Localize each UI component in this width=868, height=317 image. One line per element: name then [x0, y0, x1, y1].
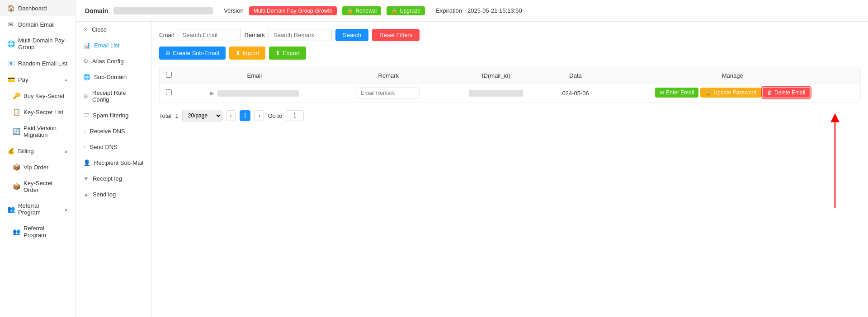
domain-label: Domain: [85, 7, 108, 14]
sidebar-label-key-secret-list: Key-Secret List: [24, 109, 63, 116]
sidebar-label-dashboard: Dashboard: [18, 5, 47, 12]
sub-sidebar-label-sub-domain: Sub-Domain: [94, 74, 127, 80]
sidebar-label-pay: Pay: [18, 76, 28, 83]
action-bar: ⊕ Create Sub-Email ⬆ Import ⬆ Export: [159, 47, 861, 60]
sub-sidebar-item-close[interactable]: ✕ Close: [76, 22, 151, 37]
row-email-cell: ▶ email hidden: [178, 84, 331, 103]
upgrade-button[interactable]: 🔒 Upgrade: [387, 6, 425, 15]
content-wrapper: ‹ ✕ Close 📊 Email List ⚙ Alias Config 🌐 …: [76, 22, 868, 317]
sidebar-label-key-secret-order: Key-Secret Order: [24, 180, 68, 193]
sidebar-item-key-secret-order[interactable]: 📦 Key-Secret Order: [0, 175, 75, 198]
row-email-value: email hidden: [217, 90, 299, 97]
sub-sidebar-item-sub-domain[interactable]: 🌐 Sub-Domain: [76, 69, 151, 85]
renewal-label: Renewal: [355, 8, 377, 14]
sub-sidebar-label-send-dns: Send DNS: [90, 144, 118, 150]
sidebar-item-vip-order[interactable]: 📦 Vip Order: [0, 159, 75, 175]
remark-input[interactable]: [357, 88, 420, 98]
sidebar-item-multi-domain[interactable]: 🌐 Multi-Domain Pay-Group: [0, 33, 75, 55]
sub-sidebar-label-close: Close: [92, 26, 107, 33]
sub-sidebar-item-send-log[interactable]: ▲ Send log: [76, 186, 151, 202]
sub-sidebar-label-alias-config: Alias Config: [92, 58, 123, 65]
sidebar-item-random-email[interactable]: 📧 Random Email List: [0, 55, 75, 71]
key-order-icon: 📦: [13, 183, 20, 190]
sub-sidebar-item-recipient-sub-mail[interactable]: 👤 Recipient Sub-Mail: [76, 155, 151, 171]
random-email-icon: 📧: [7, 60, 14, 67]
lock-icon: 🔒: [705, 89, 712, 96]
remark-search-input[interactable]: [269, 29, 332, 41]
dashboard-icon: 🏠: [7, 5, 14, 12]
receive-dns-icon: ↓: [83, 128, 86, 135]
create-sub-email-button[interactable]: ⊕ Create Sub-Email: [159, 47, 226, 60]
total-label: Total: [159, 112, 171, 119]
sub-sidebar-item-receipt-log[interactable]: ▼ Receipt log: [76, 171, 151, 186]
domain-email-icon: ✉: [7, 21, 14, 28]
key-list-icon: 📋: [13, 108, 20, 116]
alias-config-icon: ⚙: [83, 58, 89, 65]
send-dns-icon: ↑: [83, 144, 86, 150]
plus-icon: ⊕: [165, 50, 170, 56]
update-password-button[interactable]: 🔒 Update Password: [700, 88, 761, 98]
sidebar-item-paid-migration[interactable]: 🔄 Paid Version Migration: [0, 120, 75, 143]
billing-icon: 💰: [7, 147, 14, 154]
sidebar-label-random-email: Random Email List: [18, 60, 67, 67]
enter-email-button[interactable]: ✉ Enter Email: [655, 88, 698, 98]
delete-label: Delete Email: [774, 89, 805, 96]
enter-icon: ✉: [660, 89, 664, 96]
page-size-select[interactable]: 20/page 10/page 50/page 100/page: [182, 110, 222, 121]
delete-email-button[interactable]: 🗑 Delete Email: [763, 88, 810, 98]
email-filter-label: Email: [159, 32, 174, 38]
next-page-button[interactable]: ›: [254, 110, 264, 121]
referral-arrow-icon: ▲: [64, 207, 68, 212]
row-expand-icon[interactable]: ▶: [210, 90, 214, 96]
reset-filters-button[interactable]: Reset Filters: [372, 29, 420, 41]
import-button[interactable]: ⬆ Import: [229, 47, 266, 60]
select-all-checkbox[interactable]: [166, 72, 172, 78]
sidebar-item-key-secret-list[interactable]: 📋 Key-Secret List: [0, 104, 75, 120]
sidebar-item-buy-key-secret[interactable]: 🔑 Buy Key-Secret: [0, 88, 75, 104]
sub-sidebar-item-alias-config[interactable]: ⚙ Alias Config: [76, 53, 151, 69]
buy-key-icon: 🔑: [13, 92, 20, 99]
renewal-button[interactable]: 🔒 Renewal: [342, 6, 381, 15]
sub-sidebar-label-recipient-sub-mail: Recipient Sub-Mail: [94, 159, 143, 166]
update-pw-label: Update Password: [713, 89, 756, 96]
sub-sidebar-label-receive-dns: Receive DNS: [90, 128, 125, 135]
sidebar-item-referral-program[interactable]: 👥 Referral Program ▲: [0, 198, 75, 220]
sidebar-item-domain-email[interactable]: ✉ Domain Email: [0, 16, 75, 33]
version-button[interactable]: Multi-Domain Pay-Group-Growth: [249, 6, 337, 15]
sub-sidebar-item-email-list[interactable]: 📊 Email List: [76, 37, 151, 53]
referral2-icon: 👥: [13, 228, 20, 235]
sub-sidebar-label-receipt-log: Receipt log: [93, 175, 122, 182]
send-log-icon: ▲: [83, 191, 89, 198]
email-search-input[interactable]: [178, 29, 241, 41]
receipt-rule-icon: ⚙: [83, 93, 89, 100]
version-label: Version: [224, 7, 243, 14]
row-data-cell: 024-05-06: [547, 84, 605, 103]
sub-sidebar-item-receive-dns[interactable]: ↓ Receive DNS: [76, 123, 151, 139]
sub-sidebar-item-receipt-rule[interactable]: ⚙ Receipt Rule Config: [76, 85, 151, 107]
main-area: Domain Version Multi-Domain Pay-Group-Gr…: [76, 0, 868, 317]
expiration-label: Expiration: [436, 7, 462, 14]
row-manage-cell: ✉ Enter Email 🔒 Update Password 🗑: [604, 84, 860, 101]
row-checkbox[interactable]: [166, 89, 172, 95]
export-icon: ⬆: [275, 50, 280, 56]
sidebar-item-dashboard[interactable]: 🏠 Dashboard: [0, 0, 75, 16]
sidebar-item-referral-program-2[interactable]: 👥 Referral Program: [0, 220, 75, 243]
export-button[interactable]: ⬆ Export: [269, 47, 306, 60]
sidebar-item-billing[interactable]: 💰 Billing ▲: [0, 143, 75, 159]
page-1-button[interactable]: 1: [240, 110, 251, 121]
top-header: Domain Version Multi-Domain Pay-Group-Gr…: [76, 0, 868, 22]
sub-sidebar-item-send-dns[interactable]: ↑ Send DNS: [76, 139, 151, 155]
search-button[interactable]: Search: [335, 29, 368, 41]
email-table: Email Remark ID(mail_id) Data Manage: [160, 67, 860, 102]
close-icon: ✕: [83, 26, 88, 33]
row-mail-id-value: mail id hidden: [469, 90, 523, 97]
sidebar-item-pay[interactable]: 💳 Pay ▲: [0, 71, 75, 88]
sidebar: 🏠 Dashboard ✉ Domain Email 🌐 Multi-Domai…: [0, 0, 76, 317]
sub-sidebar-item-spam-filtering[interactable]: 🛡 Spam filtering: [76, 107, 151, 123]
prev-page-button[interactable]: ‹: [226, 110, 236, 121]
sub-sidebar-label-receipt-rule: Receipt Rule Config: [92, 89, 144, 103]
receipt-log-icon: ▼: [83, 175, 89, 182]
col-manage: Manage: [604, 67, 860, 84]
sub-sidebar: ‹ ✕ Close 📊 Email List ⚙ Alias Config 🌐 …: [76, 22, 152, 317]
goto-page-input[interactable]: [286, 110, 304, 121]
